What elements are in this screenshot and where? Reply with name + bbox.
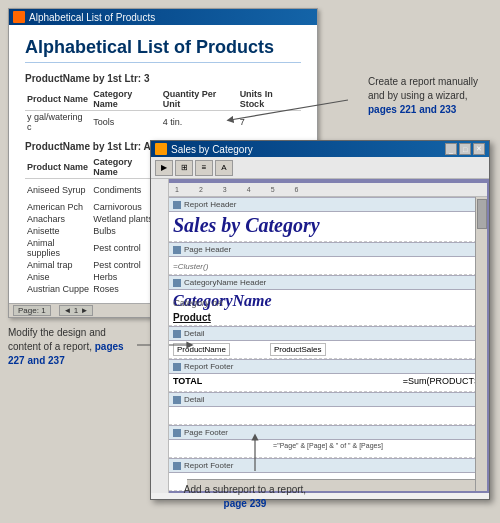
- category-header-content: CategoryName Product Category nA: [169, 290, 487, 326]
- band-icon-gf: [173, 363, 181, 371]
- toolbar-btn-2[interactable]: ⊞: [175, 160, 193, 176]
- page-header-band: Page Header: [169, 242, 487, 257]
- report-header-band: Report Header: [169, 197, 487, 212]
- report-header-label: Report Header: [184, 200, 236, 209]
- ruler-left: [151, 179, 169, 493]
- callout-bottom-left-bold: pages 227 and 237: [8, 341, 124, 366]
- product-label: Product: [173, 312, 211, 323]
- maximize-button[interactable]: □: [459, 143, 471, 155]
- band-icon: [173, 201, 181, 209]
- toolbar-btn-4[interactable]: A: [215, 160, 233, 176]
- col-product-name-a: Product Name: [25, 156, 91, 179]
- bg-section-3-header: ProductName by 1st Ltr: 3: [25, 73, 301, 84]
- band-icon-pf: [173, 429, 181, 437]
- page-footer-band: Page Footer: [169, 425, 487, 440]
- page-header-label: Page Header: [184, 245, 231, 254]
- ruler-marks: 123456: [171, 186, 298, 193]
- callout-top-right-bold: pages 221 and 233: [368, 104, 456, 115]
- svg-line-0: [230, 100, 348, 120]
- fg-design-window: Sales by Category _ □ ✕ ▶ ⊞ ≡ A 123456: [150, 140, 490, 500]
- callout-top-right: Create a report manually and by using a …: [368, 75, 488, 117]
- callout-bottom-left-text: Modify the design and content of a repor…: [8, 327, 124, 366]
- bg-titlebar: Alphabetical List of Products: [9, 9, 317, 25]
- page-indicator: Page: 1: [13, 305, 51, 316]
- bg-report-title: Alphabetical List of Products: [25, 37, 301, 63]
- col-category-name: Category Name: [91, 88, 161, 111]
- minimize-button[interactable]: _: [445, 143, 457, 155]
- report-footer-band: Report Footer: [169, 458, 487, 473]
- callout-bottom-center-arrow: [245, 433, 265, 473]
- callout-top-right-arrow: [220, 95, 350, 125]
- toolbar-btn-3[interactable]: ≡: [195, 160, 213, 176]
- fg-content-area: 123456 Report Header Sales by Category P…: [151, 179, 489, 493]
- band-icon-ph: [173, 246, 181, 254]
- page-header-content: =Cluster(): [169, 257, 487, 275]
- fg-titlebar-left: Sales by Category: [155, 143, 253, 155]
- detail2-band: Detail: [169, 392, 487, 407]
- page-footer-label: Page Footer: [184, 428, 228, 437]
- fg-window-title: Sales by Category: [171, 144, 253, 155]
- page-footer-formula: ="Page" & [Page] & " of " & [Pages]: [173, 442, 483, 449]
- fg-titlebar: Sales by Category _ □ ✕: [151, 141, 489, 157]
- close-button[interactable]: ✕: [473, 143, 485, 155]
- group-footer-content: TOTAL =Sum(PRODUCTS): [169, 374, 487, 392]
- report-header-content: Sales by Category: [169, 212, 487, 242]
- footer-totals: TOTAL =Sum(PRODUCTS): [173, 376, 483, 386]
- bg-window-icon: [13, 11, 25, 23]
- total-label: TOTAL: [173, 376, 202, 386]
- ruler-top: 123456: [169, 183, 487, 197]
- cluster-field: =Cluster(): [173, 262, 208, 271]
- detail2-content: [169, 407, 487, 425]
- cell-category: Tools: [91, 111, 161, 134]
- product-sales-field: ProductSales: [270, 343, 326, 356]
- nav-controls[interactable]: ◄ 1 ►: [59, 305, 94, 316]
- category-header-band: CategoryName Header: [169, 275, 487, 290]
- fg-window-icon: [155, 143, 167, 155]
- band-icon-d2: [173, 396, 181, 404]
- col-product-name: Product Name: [25, 88, 91, 111]
- report-footer-label: Report Footer: [184, 461, 233, 470]
- total-formula: =Sum(PRODUCTS): [403, 376, 483, 386]
- scroll-thumb[interactable]: [477, 199, 487, 229]
- detail-band: Detail: [169, 326, 487, 341]
- report-design-area: 123456 Report Header Sales by Category P…: [169, 183, 487, 491]
- detail2-label: Detail: [184, 395, 204, 404]
- detail-fields-row: ProductName ProductSales: [173, 343, 483, 356]
- detail-content: ProductName ProductSales: [169, 341, 487, 359]
- callout-bottom-left: Modify the design and content of a repor…: [8, 326, 138, 368]
- design-toolbar: ▶ ⊞ ≡ A: [151, 157, 489, 179]
- group-footer-band: Report Footer: [169, 359, 487, 374]
- band-icon-ch: [173, 279, 181, 287]
- callout-bottom-center-text: Add a subreport to a report, page 239: [184, 484, 306, 509]
- callout-bottom-center-bold: page 239: [224, 498, 267, 509]
- callout-bottom-center: Add a subreport to a report, page 239: [175, 483, 315, 511]
- report-design-title: Sales by Category: [173, 214, 320, 236]
- category-header-label: CategoryName Header: [184, 278, 266, 287]
- window-controls[interactable]: _ □ ✕: [445, 143, 485, 155]
- bg-window-title: Alphabetical List of Products: [29, 12, 155, 23]
- vertical-scrollbar[interactable]: [475, 197, 487, 491]
- group-footer-label: Report Footer: [184, 362, 233, 371]
- band-icon-rf: [173, 462, 181, 470]
- category-na-label: Category nA: [173, 298, 223, 308]
- cell-product: y gal/watering c: [25, 111, 91, 134]
- page-footer-content: ="Page" & [Page] & " of " & [Pages]: [169, 440, 487, 458]
- toolbar-btn-1[interactable]: ▶: [155, 160, 173, 176]
- callout-top-right-text: Create a report manually and by using a …: [368, 76, 478, 115]
